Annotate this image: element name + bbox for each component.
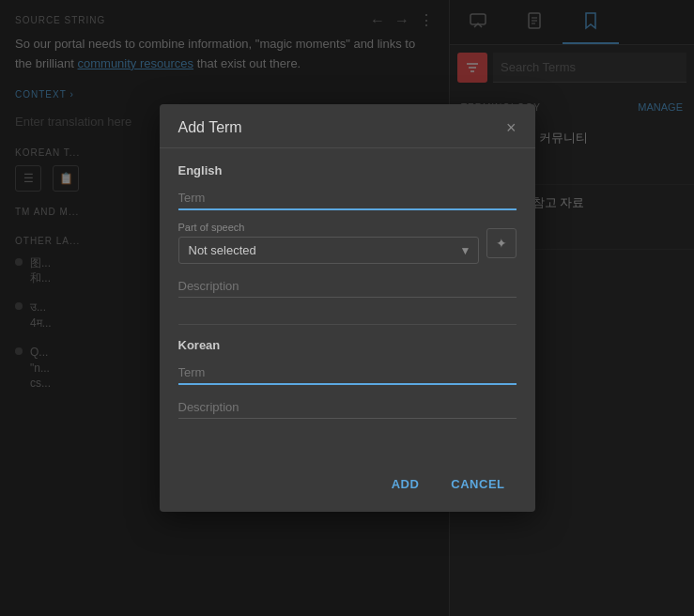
modal-divider xyxy=(178,324,517,325)
korean-term-field xyxy=(178,362,517,385)
modal-title: Add Term xyxy=(178,119,242,136)
modal-body: English Part of speech Not selected Noun… xyxy=(160,148,535,460)
modal-footer: ADD CANCEL xyxy=(160,460,535,512)
modal-header: Add Term × xyxy=(160,104,535,148)
pos-select-wrapper: Not selected Noun Verb Adjective Adverb … xyxy=(178,237,479,264)
english-section-title: English xyxy=(178,163,517,177)
korean-term-input[interactable] xyxy=(178,362,517,385)
cancel-button[interactable]: CANCEL xyxy=(440,471,516,497)
description-input[interactable] xyxy=(178,275,517,298)
korean-description-field xyxy=(178,396,517,434)
pos-label: Part of speech xyxy=(178,222,479,233)
close-icon[interactable]: × xyxy=(506,119,517,136)
korean-section-title: Korean xyxy=(178,338,517,352)
description-field xyxy=(178,275,517,313)
english-term-field xyxy=(178,187,517,210)
add-term-modal: Add Term × English Part of speech Not se… xyxy=(160,104,535,512)
english-term-input[interactable] xyxy=(178,187,517,210)
korean-description-input[interactable] xyxy=(178,396,517,419)
modal-overlay: Add Term × English Part of speech Not se… xyxy=(0,0,694,616)
pos-select[interactable]: Not selected Noun Verb Adjective Adverb xyxy=(178,237,479,264)
add-button[interactable]: ADD xyxy=(380,471,431,497)
wand-button[interactable]: ✦ xyxy=(486,228,517,258)
pos-row: Part of speech Not selected Noun Verb Ad… xyxy=(178,222,517,264)
pos-field: Part of speech Not selected Noun Verb Ad… xyxy=(178,222,479,264)
